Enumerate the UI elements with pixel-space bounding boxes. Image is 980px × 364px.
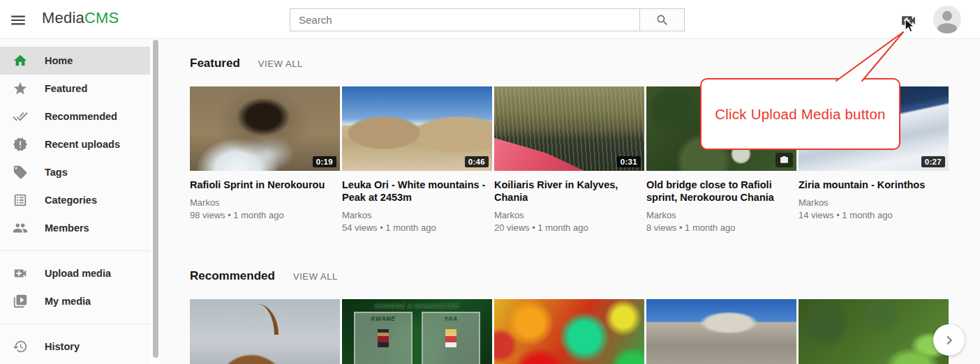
search-input[interactable] (290, 8, 640, 31)
video-author[interactable]: Markos (342, 209, 492, 222)
section-header: Featured VIEW ALL (190, 56, 980, 70)
video-card[interactable] (799, 299, 949, 364)
view-all-link[interactable]: VIEW ALL (293, 271, 338, 282)
video-card[interactable] (646, 299, 796, 364)
character-sprite (445, 329, 456, 347)
video-meta: 8 views • 1 month ago (646, 222, 796, 234)
history-icon (13, 339, 28, 354)
tag-icon (13, 165, 28, 180)
sidebar-item-tags[interactable]: Tags (0, 158, 150, 186)
brand-logo[interactable]: MediaCMS (42, 9, 119, 27)
my-media-icon (13, 294, 28, 309)
menu-icon (9, 11, 27, 29)
duration-badge: 0:46 (465, 156, 489, 167)
video-thumbnail[interactable]: 0:19 (190, 86, 340, 171)
section-header: Recommended VIEW ALL (190, 269, 980, 283)
star-icon (13, 81, 28, 96)
video-title[interactable]: Leuka Ori - White mountains - Peak at 24… (342, 179, 492, 204)
video-title[interactable]: Old bridge close to Rafioli sprint, Nero… (646, 179, 796, 204)
avatar-button[interactable] (933, 6, 961, 33)
video-meta: 98 views • 1 month ago (190, 209, 340, 222)
video-thumbnail[interactable] (646, 299, 796, 364)
tag-icon (13, 165, 28, 180)
sidebar-item-label: History (45, 341, 80, 352)
video-title[interactable]: Ziria mountain - Korinthos (799, 179, 949, 191)
sidebar-item-label: Upload media (45, 268, 111, 279)
overlay-heading: CHOOSE A CHARACTER (342, 303, 492, 310)
sidebar-item-home[interactable]: Home (0, 47, 150, 75)
person-icon (933, 6, 961, 33)
video-card[interactable]: 0:31 Koiliaris River in Kalyves, Chania … (494, 86, 644, 234)
recommended-section: Recommended VIEW ALL CHOOSE A CHARACTERK… (190, 269, 980, 364)
video-author[interactable]: Markos (190, 197, 340, 209)
upload-media-button[interactable] (900, 10, 919, 30)
video-thumbnail[interactable]: CHOOSE A CHARACTERKWAMESelectedYAASelect (342, 299, 492, 364)
video-thumbnail[interactable] (494, 299, 644, 364)
video-author[interactable]: Markos (646, 209, 796, 222)
sidebar-item-label: Recommended (45, 111, 117, 122)
view-all-link[interactable]: VIEW ALL (258, 59, 303, 69)
search-bar (290, 8, 685, 31)
video-card[interactable] (494, 299, 644, 364)
section-title: Featured (190, 56, 240, 70)
video-thumbnail[interactable] (799, 299, 949, 364)
chevron-right-icon (942, 333, 957, 348)
sidebar-item-members[interactable]: Members (0, 214, 150, 242)
video-author[interactable]: Markos (494, 209, 644, 222)
search-button[interactable] (640, 8, 685, 31)
avatar (933, 6, 961, 33)
members-icon (13, 220, 28, 236)
sidebar-item-history[interactable]: History (0, 333, 150, 361)
video-title[interactable]: Rafioli Sprint in Nerokourou (190, 179, 340, 191)
sidebar-scrollbar[interactable] (152, 39, 159, 364)
upload-media-icon (13, 266, 28, 281)
video-card[interactable] (190, 299, 340, 364)
character-panel: KWAMESelected (354, 312, 413, 364)
sidebar-tertiary-group: History (0, 333, 150, 361)
carousel-next-button[interactable] (933, 324, 965, 356)
video-card[interactable]: 0:46 Leuka Ori - White mountains - Peak … (342, 86, 492, 234)
video-meta: 14 views • 1 month ago (799, 209, 949, 222)
video-title[interactable]: Koiliaris River in Kalyves, Chania (494, 179, 644, 204)
sidebar-item-recommended[interactable]: Recommended (0, 103, 150, 130)
duration-badge: 0:31 (617, 156, 641, 167)
sidebar-item-label: Members (45, 222, 89, 234)
menu-button[interactable] (9, 10, 29, 30)
sidebar-divider (0, 250, 150, 251)
brand-cms: CMS (84, 9, 119, 26)
video-meta: 20 views • 1 month ago (494, 222, 644, 234)
video-thumbnail[interactable]: 0:46 (342, 86, 492, 171)
top-bar: MediaCMS (0, 0, 980, 39)
sidebar-item-label: Tags (45, 167, 68, 178)
video-card[interactable]: 0:19 Rafioli Sprint in Nerokourou Markos… (190, 86, 340, 234)
video-card[interactable]: CHOOSE A CHARACTERKWAMESelectedYAASelect (342, 299, 492, 364)
home-icon (13, 53, 28, 68)
sidebar: Home Featured Recommended Recent uploads… (0, 39, 150, 364)
sidebar-item-label: Recent uploads (45, 139, 120, 150)
duration-badge: 0:19 (313, 156, 336, 167)
search-icon (655, 13, 669, 27)
sidebar-item-my-media[interactable]: My media (0, 287, 150, 315)
sidebar-item-label: My media (45, 296, 91, 307)
members-icon (13, 220, 28, 236)
video-call-icon (900, 12, 917, 29)
video-author[interactable]: Markos (799, 197, 949, 209)
categories-icon (13, 192, 28, 208)
video-thumbnail[interactable] (190, 299, 340, 364)
character-panel: YAASelect (422, 312, 480, 364)
categories-icon (13, 192, 28, 208)
scrollbar-thumb[interactable] (153, 40, 158, 358)
sidebar-item-categories[interactable]: Categories (0, 186, 150, 214)
camera-icon (780, 156, 789, 165)
sidebar-item-recent-uploads[interactable]: Recent uploads (0, 130, 150, 158)
sidebar-item-upload-media[interactable]: Upload media (0, 259, 150, 287)
section-title: Recommended (190, 269, 275, 283)
upload-media-icon (13, 266, 28, 281)
sidebar-item-featured[interactable]: Featured (0, 75, 150, 103)
sidebar-primary-group: Home Featured Recommended Recent uploads… (0, 47, 150, 242)
done-all-icon (13, 109, 28, 124)
character-sprite (378, 329, 389, 347)
new-releases-icon (13, 137, 28, 152)
sidebar-item-label: Categories (45, 195, 97, 206)
video-thumbnail[interactable]: 0:31 (494, 86, 644, 171)
